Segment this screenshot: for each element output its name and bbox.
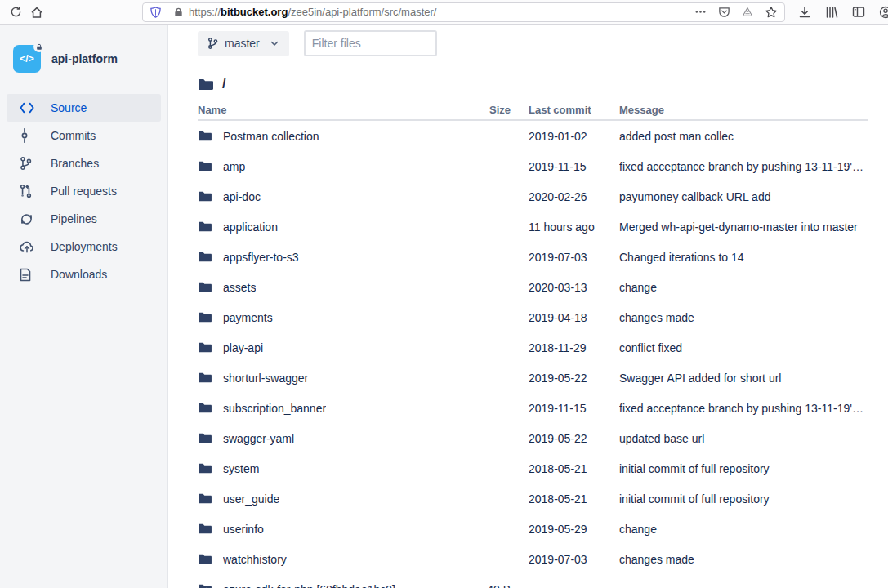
reload-icon[interactable]: [5, 2, 26, 22]
table-row[interactable]: api-doc 2020-02-26 payumoney callback UR…: [198, 181, 868, 212]
deployments-icon: [20, 240, 38, 253]
chevron-down-icon: [270, 38, 279, 48]
file-last-commit[interactable]: 2018-05-21: [529, 462, 619, 475]
table-row[interactable]: Postman collection 2019-01-02 added post…: [198, 121, 868, 151]
repo-name: api-platform: [51, 52, 118, 65]
app-body: </> api-platform Source Commits Branches…: [0, 24, 888, 588]
table-row[interactable]: amp 2019-11-15 fixed acceptance branch b…: [198, 151, 868, 181]
file-last-commit[interactable]: 2019-05-22: [529, 372, 619, 385]
file-commit-message[interactable]: payumoney callback URL add: [619, 190, 868, 203]
sidebar-item-downloads[interactable]: Downloads: [7, 261, 161, 288]
table-row[interactable]: watchhistory 2019-07-03 changes made: [198, 544, 868, 574]
library-icon[interactable]: [825, 6, 838, 19]
download-icon[interactable]: [798, 6, 811, 19]
file-commit-message[interactable]: fixed acceptance branch by pushing 13-11…: [619, 402, 868, 415]
file-commit-message[interactable]: fixed acceptance branch by pushing 13-11…: [619, 160, 868, 173]
file-commit-message[interactable]: added post man collec: [619, 130, 868, 143]
submodule-icon: [198, 583, 212, 588]
sidebar-toggle-icon[interactable]: [852, 6, 865, 18]
folder-icon: [198, 160, 212, 172]
sidebar-item-branches[interactable]: Branches: [7, 149, 161, 177]
column-header-last-commit: Last commit: [529, 104, 619, 116]
bookmark-star-icon[interactable]: [765, 6, 778, 19]
file-commit-message[interactable]: change: [619, 523, 868, 536]
table-row[interactable]: appsflyer-to-s3 2019-07-03 Changed itera…: [198, 242, 868, 272]
folder-icon: [198, 432, 212, 444]
file-last-commit[interactable]: 2018-05-21: [529, 492, 619, 506]
column-header-name: Name: [198, 104, 480, 116]
url-text[interactable]: https://bitbucket.org/zee5in/api-platfor…: [189, 6, 688, 18]
file-commit-message[interactable]: changes made: [619, 311, 868, 324]
file-name: subscription_banner: [223, 402, 326, 415]
tracking-protection-shield-icon[interactable]: [149, 6, 162, 19]
file-commit-message[interactable]: Changed iterations to 14: [619, 251, 868, 264]
file-last-commit[interactable]: 2019-07-03: [529, 251, 619, 264]
home-icon[interactable]: [26, 2, 47, 22]
breadcrumb-path[interactable]: /: [222, 77, 225, 91]
column-header-message: Message: [619, 104, 868, 116]
file-name: system: [223, 462, 259, 475]
table-header: Name Size Last commit Message: [198, 101, 868, 121]
branch-selector[interactable]: master: [198, 31, 289, 56]
folder-icon: [198, 492, 212, 505]
account-icon[interactable]: [879, 6, 888, 19]
table-row[interactable]: application 11 hours ago Merged wh-api-g…: [198, 212, 868, 242]
filter-files-input[interactable]: [304, 30, 437, 56]
url-bar[interactable]: https://bitbucket.org/zee5in/api-platfor…: [142, 2, 785, 22]
table-row[interactable]: payments 2019-04-18 changes made: [198, 302, 868, 332]
file-last-commit[interactable]: 2019-07-03: [529, 553, 619, 566]
branch-label: master: [225, 37, 260, 50]
repo-header[interactable]: </> api-platform: [7, 45, 161, 73]
file-last-commit[interactable]: 2020-03-13: [529, 281, 619, 294]
file-last-commit[interactable]: 2019-01-02: [529, 130, 619, 143]
folder-icon: [198, 553, 212, 565]
file-last-commit[interactable]: 2019-04-18: [529, 311, 619, 324]
file-last-commit[interactable]: 11 hours ago: [529, 220, 619, 234]
extension-icon[interactable]: [742, 7, 753, 17]
table-row[interactable]: shorturl-swagger 2019-05-22 Swagger API …: [198, 363, 868, 393]
file-commit-message[interactable]: change: [619, 281, 868, 294]
table-row[interactable]: play-api 2018-11-29 conflict fixed: [198, 332, 868, 363]
sidebar-item-pipelines[interactable]: Pipelines: [7, 205, 161, 233]
repo-sidebar: </> api-platform Source Commits Branches…: [0, 24, 168, 588]
file-last-commit[interactable]: 2019-11-15: [529, 160, 619, 173]
file-size: 40 B: [480, 583, 529, 588]
table-row[interactable]: system 2018-05-21 initial commit of full…: [198, 453, 868, 483]
folder-icon: [198, 372, 212, 384]
file-last-commit[interactable]: 2019-05-22: [529, 432, 619, 445]
file-name: watchhistory: [223, 553, 287, 566]
column-header-size: Size: [480, 104, 529, 116]
table-row[interactable]: userinfo 2019-05-29 change: [198, 514, 868, 544]
table-row[interactable]: azure-sdk-for-php [60fbbdae1bc9] 40 B: [198, 574, 868, 588]
sidebar-item-deployments[interactable]: Deployments: [7, 233, 161, 261]
folder-icon: [198, 341, 212, 354]
file-last-commit[interactable]: 2020-02-26: [529, 190, 619, 203]
file-last-commit[interactable]: 2019-05-29: [529, 523, 619, 536]
file-name: amp: [223, 160, 245, 173]
ellipsis-icon[interactable]: [694, 6, 707, 18]
file-last-commit[interactable]: 2019-11-15: [529, 402, 619, 415]
file-commit-message[interactable]: initial commit of full repository: [619, 462, 868, 475]
table-row[interactable]: swagger-yaml 2019-05-22 updated base url: [198, 423, 868, 453]
file-commit-message[interactable]: updated base url: [619, 432, 868, 445]
file-commit-message[interactable]: Swagger API added for short url: [619, 372, 868, 385]
sidebar-item-source[interactable]: Source: [7, 94, 161, 122]
sidebar-item-pull-requests[interactable]: Pull requests: [7, 177, 161, 205]
table-row[interactable]: assets 2020-03-13 change: [198, 272, 868, 302]
private-repo-lock-icon: [33, 41, 45, 52]
file-name: appsflyer-to-s3: [223, 251, 299, 264]
file-commit-message[interactable]: changes made: [619, 553, 868, 566]
file-last-commit[interactable]: 2018-11-29: [529, 341, 619, 354]
table-body: Postman collection 2019-01-02 added post…: [198, 121, 868, 588]
table-row[interactable]: user_guide 2018-05-21 initial commit of …: [198, 483, 868, 514]
table-row[interactable]: subscription_banner 2019-11-15 fixed acc…: [198, 393, 868, 423]
pocket-icon[interactable]: [718, 6, 730, 18]
page: https://bitbucket.org/zee5in/api-platfor…: [0, 0, 888, 588]
file-commit-message[interactable]: conflict fixed: [619, 341, 868, 354]
browser-toolbar: https://bitbucket.org/zee5in/api-platfor…: [0, 0, 888, 24]
file-commit-message[interactable]: Merged wh-api-get-dynamo-master into mas…: [619, 220, 868, 234]
sidebar-item-commits[interactable]: Commits: [7, 122, 161, 149]
lock-icon[interactable]: [173, 7, 184, 18]
folder-icon: [198, 311, 212, 323]
file-commit-message[interactable]: initial commit of full repository: [619, 492, 868, 506]
